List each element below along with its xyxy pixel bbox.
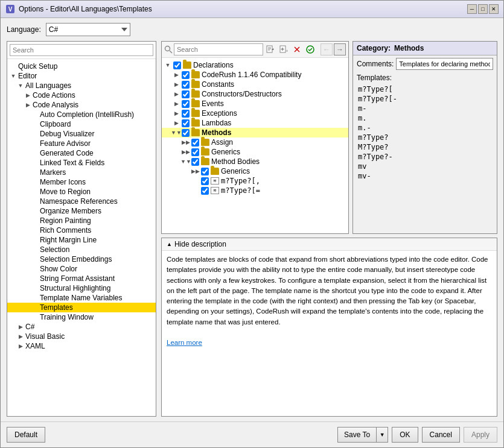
sidebar-item-selection[interactable]: Selection xyxy=(7,245,156,254)
template-tree-item-mtype2[interactable]: ≋ m?Type?[= xyxy=(162,186,348,195)
template-entry[interactable]: m.- xyxy=(357,123,493,133)
constructors-checkbox[interactable] xyxy=(182,90,190,98)
template-entry[interactable]: M?Type? xyxy=(357,142,493,152)
template-entry[interactable]: m?Type? xyxy=(357,133,493,142)
sidebar-item-move-to-region[interactable]: Move to Region xyxy=(7,187,156,197)
template-search-input[interactable] xyxy=(174,43,263,55)
default-button[interactable]: Default xyxy=(7,427,45,443)
ok-button[interactable]: OK xyxy=(392,427,418,443)
sidebar-item-right-margin-line[interactable]: Right Margin Line xyxy=(7,235,156,245)
sidebar-item-all-languages[interactable]: All Languages xyxy=(7,81,156,90)
template-tree-item-assign[interactable]: ▶ Assign xyxy=(162,137,348,147)
template-entry[interactable]: mv- xyxy=(357,171,493,181)
sidebar-item-code-analysis[interactable]: Code Analysis xyxy=(7,100,156,110)
description-toggle[interactable]: ▲ Hide description xyxy=(162,238,497,251)
sidebar-item-generated-code[interactable]: Generated Code xyxy=(7,148,156,158)
template-tree-item-events[interactable]: Events xyxy=(162,99,348,109)
sidebar-item-organize-members[interactable]: Organize Members xyxy=(7,206,156,216)
template-area: + xyxy=(161,41,497,234)
tree-search-container xyxy=(164,43,263,55)
mb-generics-checkbox[interactable] xyxy=(201,168,209,175)
template-entry[interactable]: m?Type?- xyxy=(357,152,493,162)
sidebar-item-visual-basic[interactable]: Visual Basic xyxy=(7,332,156,341)
category-panel: Category: Methods Comments: Templates: m… xyxy=(352,41,497,234)
sidebar-item-debug-visualizer[interactable]: Debug Visualizer xyxy=(7,129,156,139)
nav-forward-button[interactable]: → xyxy=(334,43,346,55)
template-entry[interactable]: mv xyxy=(357,162,493,171)
sidebar-item-xaml[interactable]: XAML xyxy=(7,341,156,351)
add-template-button[interactable]: + xyxy=(278,43,290,55)
sidebar-item-editor[interactable]: Editor xyxy=(7,71,156,81)
template-tree-item-exceptions[interactable]: Exceptions xyxy=(162,109,348,118)
sidebar-item-string-format[interactable]: String Format Assistant xyxy=(7,274,156,283)
comments-input[interactable] xyxy=(396,58,493,70)
sidebar-item-structural-highlighting[interactable]: Structural Highlighting xyxy=(7,283,156,293)
assign-checkbox[interactable] xyxy=(191,139,199,147)
mtype1-checkbox[interactable] xyxy=(201,177,209,185)
generics-checkbox[interactable] xyxy=(191,148,199,156)
close-button[interactable]: ✕ xyxy=(489,4,499,14)
sidebar-item-show-color[interactable]: Show Color xyxy=(7,264,156,274)
method-bodies-checkbox[interactable] xyxy=(191,158,199,166)
sidebar-item-region-painting[interactable]: Region Painting xyxy=(7,216,156,226)
sidebar-item-csharp[interactable]: C# xyxy=(7,322,156,332)
tree-item-label: Method Bodies xyxy=(211,157,260,166)
minimize-button[interactable]: ─ xyxy=(467,4,477,14)
edit-template-button[interactable] xyxy=(264,43,276,55)
template-tree-item-method-bodies[interactable]: ▼ Method Bodies xyxy=(162,157,348,166)
save-to-dropdown-button[interactable]: ▼ xyxy=(377,427,388,442)
template-tree-item-lambdas[interactable]: Lambdas xyxy=(162,118,348,128)
coderush-checkbox[interactable] xyxy=(182,71,190,79)
template-tree-item-coderush[interactable]: CodeRush 1.1.46 Compatibility xyxy=(162,70,348,80)
save-to-button[interactable]: Save To xyxy=(338,427,377,442)
template-entry[interactable]: m?Type?[ xyxy=(357,84,493,94)
sidebar-item-clipboard[interactable]: Clipboard xyxy=(7,119,156,129)
check-template-button[interactable] xyxy=(304,43,316,55)
constants-checkbox[interactable] xyxy=(182,81,190,89)
template-entry[interactable]: m. xyxy=(357,113,493,123)
sidebar-item-training-window[interactable]: Training Window xyxy=(7,312,156,322)
template-entry[interactable]: m?Type?[- xyxy=(357,94,493,104)
folder-icon xyxy=(191,119,200,127)
template-tree-item-generics[interactable]: ▶ Generics xyxy=(162,147,348,157)
template-entry[interactable]: m- xyxy=(357,104,493,113)
template-tree-item-methods[interactable]: ▼ Methods xyxy=(162,128,348,137)
sidebar-item-member-icons[interactable]: Member Icons xyxy=(7,177,156,187)
sidebar-item-auto-completion[interactable]: Auto Completion (IntelliRush) xyxy=(7,110,156,119)
hide-description-label: Hide description xyxy=(174,240,226,248)
file-icon: ≋ xyxy=(211,177,219,185)
lambdas-checkbox[interactable] xyxy=(182,119,190,127)
nav-back-button[interactable]: ← xyxy=(321,43,333,55)
language-label: Language: xyxy=(7,25,41,34)
triangle-icon: ▲ xyxy=(167,241,172,247)
declarations-checkbox[interactable] xyxy=(173,62,181,69)
exceptions-checkbox[interactable] xyxy=(182,110,190,118)
apply-button[interactable]: Apply xyxy=(464,427,497,443)
sidebar-item-linked-text[interactable]: Linked Text & Fields xyxy=(7,158,156,168)
arrow-icon xyxy=(173,100,180,107)
sidebar-item-code-actions[interactable]: Code Actions xyxy=(7,90,156,100)
language-select[interactable]: C# Visual Basic XAML xyxy=(46,23,130,36)
template-tree-item-declarations[interactable]: Declarations xyxy=(162,60,348,70)
sidebar-item-feature-advisor[interactable]: Feature Advisor xyxy=(7,139,156,148)
sidebar-item-templates[interactable]: Templates xyxy=(7,303,156,312)
events-checkbox[interactable] xyxy=(182,100,190,108)
arrow-icon xyxy=(31,236,39,244)
template-tree-item-constructors[interactable]: Constructors/Destructors xyxy=(162,89,348,99)
sidebar-item-rich-comments[interactable]: Rich Comments xyxy=(7,226,156,235)
maximize-button[interactable]: □ xyxy=(478,4,488,14)
methods-checkbox[interactable] xyxy=(182,129,190,137)
template-tree-item-mb-generics[interactable]: ▶ Generics xyxy=(162,166,348,176)
sidebar-item-selection-embeddings[interactable]: Selection Embeddings xyxy=(7,254,156,264)
cancel-button[interactable]: Cancel xyxy=(422,427,460,443)
sidebar-item-template-name-variables[interactable]: Template Name Variables xyxy=(7,293,156,303)
sidebar-item-quick-setup[interactable]: Quick Setup xyxy=(7,62,156,71)
sidebar-search-input[interactable] xyxy=(10,44,153,56)
mtype2-checkbox[interactable] xyxy=(201,187,209,195)
template-tree-item-constants[interactable]: Constants xyxy=(162,80,348,89)
remove-template-button[interactable] xyxy=(291,43,303,55)
sidebar-item-namespace-references[interactable]: Namespace References xyxy=(7,197,156,206)
learn-more-link[interactable]: Learn more xyxy=(167,339,202,346)
sidebar-item-markers[interactable]: Markers xyxy=(7,168,156,177)
template-tree-item-mtype1[interactable]: ≋ m?Type?[, xyxy=(162,176,348,186)
